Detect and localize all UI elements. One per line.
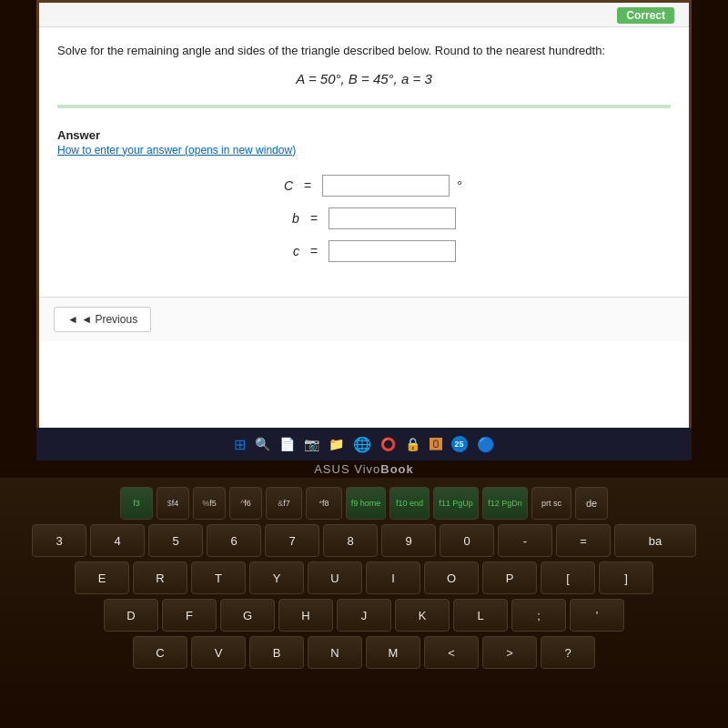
key-del[interactable]: de [575, 487, 608, 520]
c2-input-group: c = [57, 240, 671, 262]
key-y[interactable]: Y [249, 561, 304, 594]
key-u[interactable]: U [308, 561, 362, 594]
badge-taskbar-icon[interactable]: 25 [451, 436, 468, 452]
key-equals[interactable]: = [556, 524, 611, 557]
key-comma[interactable]: < [424, 636, 479, 669]
key-f7[interactable]: &f7 [266, 487, 302, 520]
green-divider [57, 105, 671, 108]
key-f[interactable]: F [162, 599, 217, 632]
b-input-group: b = [57, 207, 671, 229]
key-j[interactable]: J [337, 599, 391, 632]
chrome-taskbar-icon[interactable]: 🔵 [477, 436, 495, 453]
book-text: Book [380, 462, 414, 476]
key-g[interactable]: G [220, 599, 275, 632]
key-f9[interactable]: f9 home [346, 487, 386, 520]
asdf-row: D F G H J K L ; ' [0, 599, 728, 632]
key-semicolon[interactable]: ; [511, 599, 566, 632]
previous-label: ◄ Previous [81, 313, 137, 326]
c-input[interactable] [322, 175, 450, 197]
key-prtsc[interactable]: prt sc [531, 487, 571, 520]
key-slash[interactable]: ? [541, 636, 595, 669]
opera-taskbar-icon[interactable]: ⭕ [380, 437, 396, 451]
key-f4[interactable]: $f4 [157, 487, 189, 520]
camera-taskbar-icon[interactable]: 📷 [304, 437, 319, 451]
top-bar: Correct [39, 3, 689, 27]
b-input[interactable] [329, 207, 456, 229]
zxcv-row: C V B N M < > ? [0, 636, 728, 669]
number-row: 3 4 5 6 7 8 9 0 - = ba [0, 524, 728, 557]
key-l[interactable]: L [453, 599, 508, 632]
answer-section: Answer How to enter your answer (opens i… [57, 119, 671, 282]
key-e[interactable]: E [75, 561, 129, 594]
equation-display: A = 50°, B = 45°, a = 3 [57, 71, 671, 86]
key-m[interactable]: M [366, 636, 420, 669]
key-3[interactable]: 3 [32, 524, 86, 557]
key-f11[interactable]: f11 PgUp [433, 487, 479, 520]
fn-key-row: f3 $f4 %f5 ^f6 &f7 *f8 f9 home f10 end f… [0, 487, 728, 520]
key-f8[interactable]: *f8 [306, 487, 342, 520]
vivo-text: Vivo [354, 462, 380, 476]
key-f10[interactable]: f10 end [389, 487, 430, 520]
previous-arrow: ◄ [67, 313, 78, 326]
bottom-bar: ◄ ◄ Previous [39, 297, 689, 341]
key-r[interactable]: R [133, 561, 187, 594]
previous-button[interactable]: ◄ ◄ Previous [54, 307, 151, 332]
answer-hint[interactable]: How to enter your answer (opens in new w… [57, 144, 671, 157]
key-5[interactable]: 5 [148, 524, 203, 557]
problem-statement: Solve for the remaining angle and sides … [57, 42, 671, 60]
key-v[interactable]: V [191, 636, 246, 669]
answer-label: Answer [57, 128, 671, 142]
b-label: b [272, 211, 299, 226]
taskbar: ⊞ 🔍 📄 📷 📁 🌐 ⭕ 🔒 🅾 25 🔵 [36, 428, 692, 460]
asus-text: ASUS [314, 462, 354, 476]
keyboard-area: f3 $f4 %f5 ^f6 &f7 *f8 f9 home f10 end f… [0, 478, 728, 728]
c2-input[interactable] [329, 240, 456, 262]
search-taskbar-icon[interactable]: 🔍 [255, 437, 270, 451]
key-rbracket[interactable]: ] [599, 561, 653, 594]
key-6[interactable]: 6 [207, 524, 261, 557]
key-9[interactable]: 9 [381, 524, 436, 557]
key-t[interactable]: T [191, 561, 246, 594]
asus-label: ASUS VivoBook [0, 462, 728, 476]
correct-badge: Correct [617, 7, 674, 24]
key-d[interactable]: D [104, 599, 158, 632]
key-h[interactable]: H [278, 599, 333, 632]
vpn-taskbar-icon[interactable]: 🔒 [405, 437, 420, 451]
c-degree: ° [457, 178, 462, 193]
office-taskbar-icon[interactable]: 🅾 [430, 437, 442, 451]
c-input-group: C = ° [57, 175, 671, 197]
windows-icon[interactable]: ⊞ [234, 436, 246, 453]
edge-taskbar-icon[interactable]: 🌐 [353, 436, 371, 453]
key-period[interactable]: > [482, 636, 537, 669]
key-c[interactable]: C [133, 636, 187, 669]
content-area: Solve for the remaining angle and sides … [39, 27, 689, 297]
key-f3[interactable]: f3 [120, 487, 153, 520]
file-taskbar-icon[interactable]: 📄 [279, 437, 295, 451]
key-0[interactable]: 0 [440, 524, 494, 557]
c2-label: c [272, 244, 299, 258]
key-k[interactable]: K [395, 599, 450, 632]
key-minus[interactable]: - [498, 524, 552, 557]
c-label: C [266, 178, 293, 193]
qwerty-row: E R T Y U I O P [ ] [0, 561, 728, 594]
folder-taskbar-icon[interactable]: 📁 [329, 437, 344, 451]
key-n[interactable]: N [308, 636, 362, 669]
key-p[interactable]: P [482, 561, 537, 594]
key-i[interactable]: I [366, 561, 420, 594]
key-8[interactable]: 8 [323, 524, 378, 557]
key-7[interactable]: 7 [265, 524, 319, 557]
screen-content: Correct Solve for the remaining angle an… [39, 3, 689, 428]
key-f5[interactable]: %f5 [193, 487, 226, 520]
key-f12[interactable]: f12 PgDn [482, 487, 528, 520]
key-lbracket[interactable]: [ [541, 561, 595, 594]
key-quote[interactable]: ' [570, 599, 624, 632]
key-backspace[interactable]: ba [614, 524, 696, 557]
key-f6[interactable]: ^f6 [229, 487, 262, 520]
laptop-screen: Correct Solve for the remaining angle an… [36, 0, 692, 428]
key-4[interactable]: 4 [90, 524, 145, 557]
key-b[interactable]: B [249, 636, 304, 669]
key-o[interactable]: O [424, 561, 479, 594]
